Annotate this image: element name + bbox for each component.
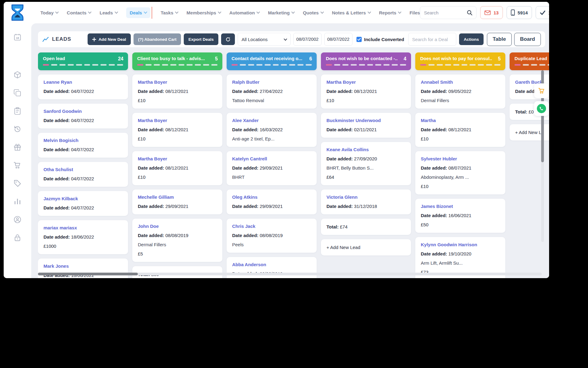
deal-name-link[interactable]: Mark Jones bbox=[43, 263, 123, 269]
deal-name-link[interactable]: Martha Boyer bbox=[138, 79, 217, 85]
nav-item-deals[interactable]: Deals bbox=[126, 7, 150, 18]
deal-card[interactable]: Melvin BogisichDate added: 04/07/2022 bbox=[38, 133, 128, 158]
deal-card[interactable]: Martha BoyerDate added: 08/12/2021£10 bbox=[321, 75, 411, 109]
gift-icon[interactable] bbox=[13, 143, 22, 152]
date-from-input[interactable] bbox=[294, 37, 321, 42]
deal-card[interactable]: Martha BoyerDate added: 08/12/2021£10 bbox=[132, 113, 222, 147]
deal-name-link[interactable]: Victoria Glenn bbox=[326, 194, 405, 200]
checkbox-checked-icon[interactable] bbox=[356, 37, 362, 42]
location-select[interactable]: All Locations bbox=[238, 33, 291, 46]
add-new-lead-button[interactable]: + Add New Lead bbox=[321, 239, 411, 255]
deal-name-link[interactable]: Alee Xander bbox=[232, 118, 311, 123]
user-circle-icon[interactable] bbox=[13, 215, 22, 224]
mail-badge[interactable]: 13 bbox=[480, 6, 503, 19]
deal-card[interactable]: Sylvester HublerDate added: 08/07/2021Ab… bbox=[415, 151, 505, 194]
deal-name-link[interactable]: Martha bbox=[421, 118, 500, 123]
deal-card[interactable]: Jazmyn KilbackDate added: 04/07/2022 bbox=[38, 191, 128, 216]
cart-icon[interactable] bbox=[13, 161, 22, 170]
deal-name-link[interactable]: John Doe bbox=[138, 224, 217, 229]
nav-item-contacts[interactable]: Contacts bbox=[67, 10, 91, 15]
deal-name-link[interactable]: Katelyn Cantrell bbox=[232, 156, 311, 161]
deal-card[interactable]: Mechelle GilliamDate added: 29/09/2021 bbox=[132, 190, 222, 214]
deal-name-link[interactable]: Kylynn Goodwin Harrison bbox=[421, 242, 500, 247]
deal-name-link[interactable]: Annabel Smith bbox=[421, 79, 500, 85]
column-header[interactable]: Does not wish to pay for consul...5 bbox=[415, 52, 505, 70]
deal-name-link[interactable]: James Bizonet bbox=[421, 204, 500, 209]
deal-card[interactable]: Katelyn CantrellDate added: 29/09/2021BH… bbox=[227, 151, 317, 185]
tag-icon[interactable] bbox=[13, 179, 22, 188]
search-input[interactable] bbox=[424, 10, 467, 15]
include-converted-toggle[interactable]: Include Converted bbox=[356, 37, 404, 42]
deal-card[interactable]: Oleg AtkinsDate added: 29/09/2021 bbox=[227, 190, 317, 214]
clipboard-icon[interactable] bbox=[13, 106, 22, 116]
whatsapp-floater[interactable] bbox=[534, 101, 549, 116]
deal-card[interactable]: Otha SchulistDate added: 04/07/2022 bbox=[38, 162, 128, 187]
column-header[interactable]: Open lead24 bbox=[38, 52, 128, 70]
history-icon[interactable] bbox=[13, 125, 22, 134]
search-icon[interactable] bbox=[467, 10, 473, 16]
deal-card[interactable]: John DoeDate added: 08/08/2019Dermal Fil… bbox=[132, 219, 222, 262]
column-header[interactable]: Duplicate Lead bbox=[510, 52, 549, 70]
nav-item-tasks[interactable]: Tasks bbox=[161, 10, 178, 15]
deal-name-link[interactable]: Chris Jack bbox=[232, 224, 311, 229]
column-header[interactable]: Contact details not receiving o...6 bbox=[227, 52, 317, 70]
deal-name-link[interactable]: mariax mariasx bbox=[43, 225, 123, 230]
export-deals-button[interactable]: Export Deals bbox=[184, 33, 218, 45]
nav-item-marketing[interactable]: Marketing bbox=[268, 10, 294, 15]
nav-item-files[interactable]: Files bbox=[409, 10, 420, 15]
deal-name-link[interactable]: Oleg Atkins bbox=[232, 194, 311, 200]
deal-name-link[interactable]: Melvin Bogisich bbox=[43, 138, 123, 143]
horizontal-scrollbar[interactable] bbox=[38, 273, 542, 275]
column-header[interactable]: Client too busy to talk - advis...5 bbox=[132, 52, 222, 70]
deal-name-link[interactable]: Ralph Butler bbox=[232, 79, 311, 85]
tasks-badge[interactable]: 14 bbox=[536, 6, 549, 19]
nav-item-memberships[interactable]: Memberships bbox=[187, 10, 221, 15]
nav-item-reports[interactable]: Reports bbox=[379, 10, 401, 15]
nav-item-automation[interactable]: Automation bbox=[229, 10, 259, 15]
deal-name-link[interactable]: Sanford Goodwin bbox=[43, 109, 123, 114]
add-new-deal-button[interactable]: Add New Deal bbox=[88, 33, 131, 45]
deal-card[interactable]: Leanne RyanDate added: 04/07/2022 bbox=[38, 75, 128, 99]
deal-card[interactable]: Keane Avila CollinsDate added: 27/09/202… bbox=[321, 142, 411, 185]
deal-card[interactable]: Martha BoyerDate added: 08/12/2021£10 bbox=[132, 75, 222, 109]
abandoned-cart-floater[interactable] bbox=[534, 83, 549, 98]
deal-name-link[interactable]: Abba Anderson bbox=[232, 262, 311, 267]
deal-name-link[interactable]: Martha Boyer bbox=[138, 156, 217, 161]
board-view-button[interactable]: Board bbox=[514, 33, 541, 46]
deal-name-link[interactable]: Keane Avila Collins bbox=[326, 147, 405, 152]
nav-item-today[interactable]: Today bbox=[40, 10, 58, 15]
deal-card[interactable]: MarthaDate added: 08/12/2021£10 bbox=[415, 113, 505, 147]
package-icon[interactable] bbox=[13, 70, 22, 79]
deal-name-link[interactable]: Otha Schulist bbox=[43, 167, 123, 172]
date-to-input[interactable] bbox=[325, 37, 352, 42]
phone-badge[interactable]: 5914 bbox=[507, 6, 532, 19]
deal-card[interactable]: Martha BoyerDate added: 08/12/2021£10 bbox=[132, 151, 222, 185]
deal-name-link[interactable]: Mechelle Gilliam bbox=[138, 194, 217, 200]
deal-card[interactable]: Kylynn Goodwin HarrisonDate added: 19/10… bbox=[415, 237, 505, 278]
copy-icon[interactable] bbox=[13, 88, 22, 98]
deal-name-link[interactable]: Leanne Ryan bbox=[43, 79, 123, 85]
deal-card[interactable]: Sanford GoodwinDate added: 04/07/2022 bbox=[38, 104, 128, 128]
deal-card[interactable]: Alee XanderDate added: 16/03/2022Anti-ag… bbox=[227, 113, 317, 147]
nav-item-notes-letters[interactable]: Notes & Letters bbox=[332, 10, 371, 15]
deal-name-link[interactable]: Sylvester Hubler bbox=[421, 156, 500, 161]
deal-name-link[interactable]: Buckminster Underwood bbox=[326, 118, 405, 123]
refresh-button[interactable] bbox=[221, 33, 235, 45]
table-view-button[interactable]: Table bbox=[487, 33, 512, 46]
bar-chart-icon[interactable] bbox=[13, 197, 22, 206]
nav-item-leads[interactable]: Leads bbox=[100, 10, 117, 15]
column-header[interactable]: Does not wish to be contacted -...4 bbox=[321, 52, 411, 70]
deal-name-link[interactable]: Martha Boyer bbox=[326, 79, 405, 85]
calendar-icon[interactable]: 18 bbox=[13, 33, 22, 42]
deal-card[interactable]: Chris JackDate added: 08/08/2019Peels bbox=[227, 219, 317, 253]
lock-icon[interactable] bbox=[13, 233, 22, 242]
actions-button[interactable]: Actions bbox=[459, 33, 484, 45]
deal-card[interactable]: Ralph ButlerDate added: 27/04/2022Tattoo… bbox=[227, 75, 317, 109]
deal-card[interactable]: Buckminster UnderwoodDate added: 02/11/2… bbox=[321, 113, 411, 138]
deal-name-link[interactable]: Jazmyn Kilback bbox=[43, 196, 123, 201]
deal-card[interactable]: mariax mariasxDate added: 18/06/2022£100… bbox=[38, 220, 128, 254]
deal-card[interactable]: Annabel SmithDate added: 09/05/2022Derma… bbox=[415, 75, 505, 109]
deal-card[interactable]: Victoria GlennDate added: 31/12/2018 bbox=[321, 190, 411, 214]
app-logo-icon[interactable] bbox=[10, 4, 24, 21]
deal-card[interactable]: James BizonetDate added: 16/06/2021£50 bbox=[415, 199, 505, 233]
